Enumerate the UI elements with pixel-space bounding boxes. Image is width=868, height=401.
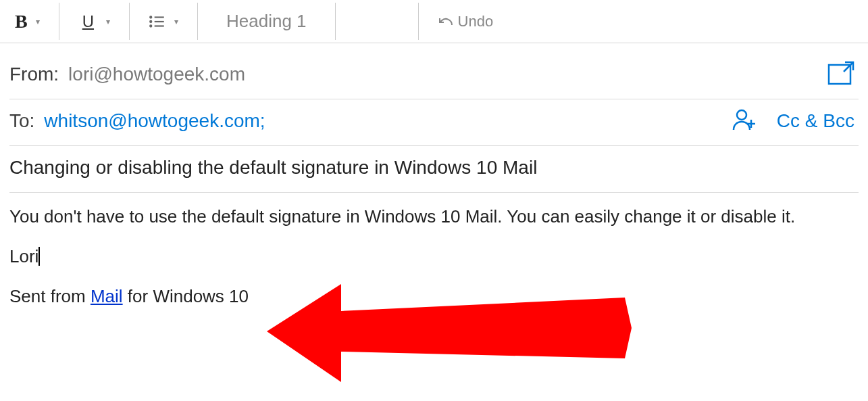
subject-row <box>9 146 859 193</box>
list-button[interactable]: ▾ <box>141 0 186 43</box>
svg-point-7 <box>737 110 746 120</box>
bold-icon: B <box>15 11 28 32</box>
underline-button[interactable]: U ▾ <box>70 0 118 43</box>
svg-point-3 <box>150 16 151 18</box>
from-row: From: lori@howtogeek.com <box>9 53 859 99</box>
chevron-down-icon: ▾ <box>36 17 40 26</box>
chevron-down-icon: ▾ <box>106 17 110 26</box>
svg-point-4 <box>150 20 151 22</box>
from-value[interactable]: lori@howtogeek.com <box>68 64 245 85</box>
signature-post: for Windows 10 <box>123 286 249 306</box>
toolbar-separator <box>129 3 130 40</box>
underline-icon: U <box>78 12 98 31</box>
undo-button[interactable]: Undo <box>430 0 502 43</box>
signature-pre: Sent from <box>9 286 91 306</box>
subject-input[interactable] <box>9 154 859 181</box>
from-label: From: <box>9 64 59 85</box>
undo-label: Undo <box>458 13 494 30</box>
heading-dropdown[interactable]: Heading 1 <box>209 0 324 43</box>
cc-bcc-button[interactable]: Cc & Bcc <box>777 110 854 132</box>
body-paragraph: You don't have to use the default signat… <box>9 205 859 229</box>
to-value[interactable]: whitson@howtogeek.com; <box>44 110 265 132</box>
toolbar-separator <box>335 3 336 40</box>
open-new-window-icon[interactable] <box>827 61 854 88</box>
signature-line: Sent from Mail for Windows 10 <box>9 285 859 308</box>
body-name: Lori <box>9 245 40 268</box>
to-row: To: whitson@howtogeek.com; Cc & Bcc <box>9 99 859 146</box>
add-contact-icon[interactable] <box>732 108 757 135</box>
message-body[interactable]: You don't have to use the default signat… <box>0 193 868 308</box>
svg-point-5 <box>150 25 151 26</box>
toolbar-separator <box>418 3 419 40</box>
chevron-down-icon: ▾ <box>174 17 178 26</box>
format-toolbar: B ▾ U ▾ ▾ Heading 1 Undo <box>0 0 868 43</box>
bold-button[interactable]: B ▾ <box>7 0 48 43</box>
signature-mail-link[interactable]: Mail <box>91 286 123 306</box>
toolbar-separator <box>59 3 59 40</box>
toolbar-separator <box>197 3 198 40</box>
to-label: To: <box>9 110 34 132</box>
heading-label: Heading 1 <box>217 11 316 32</box>
